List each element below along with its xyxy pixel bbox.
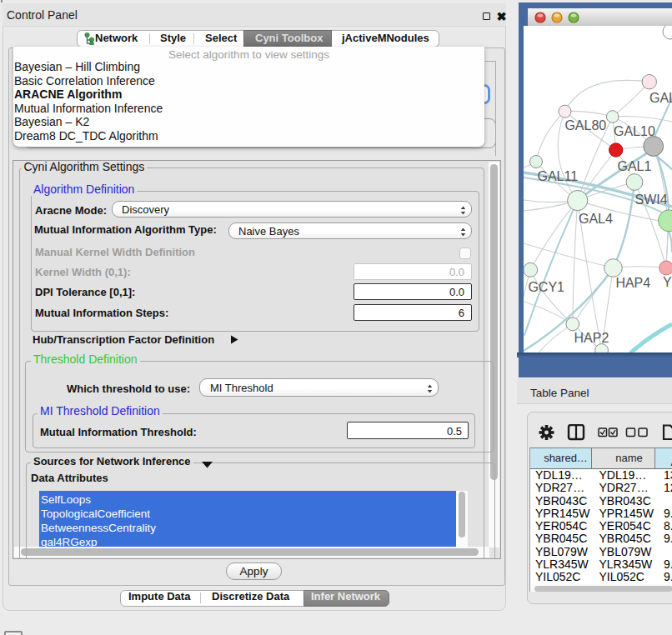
svg-text:GAL80: GAL80 (564, 118, 606, 132)
svg-text:SWI4: SWI4 (635, 192, 668, 207)
svg-text:HAP2: HAP2 (574, 331, 609, 345)
svg-text:GCY1: GCY1 (528, 280, 564, 294)
svg-text:GAL11: GAL11 (538, 169, 579, 183)
svg-text:GAL2: GAL2 (649, 91, 672, 105)
svg-text:GAL1: GAL1 (618, 159, 652, 173)
svg-text:Y: Y (663, 275, 672, 289)
svg-text:GAL10: GAL10 (614, 124, 655, 138)
svg-text:GAL4: GAL4 (579, 212, 613, 226)
svg-text:HAP4: HAP4 (615, 276, 650, 290)
